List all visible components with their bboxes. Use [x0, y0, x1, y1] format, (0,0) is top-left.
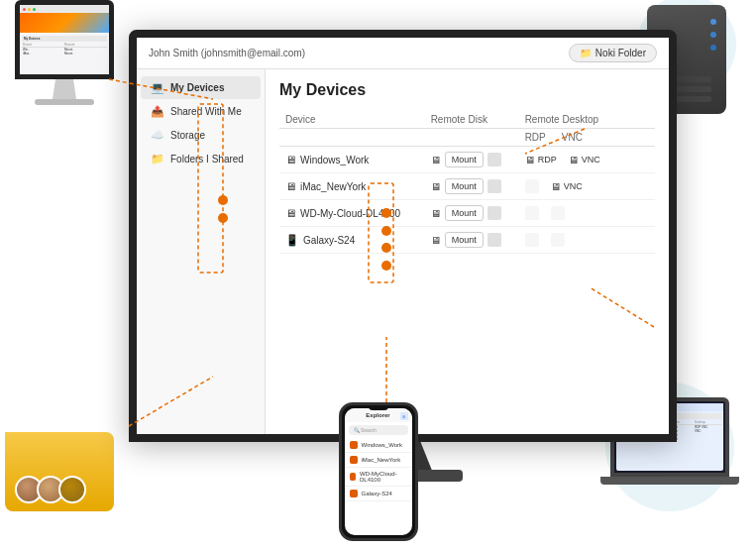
user-info: John Smith (johnsmith@email.com): [149, 48, 305, 58]
col-remote-disk-sub: [425, 129, 519, 147]
phone-search: 🔍 Search: [349, 425, 408, 435]
phone-list-item: Windows_Work: [345, 438, 412, 453]
phone-list-item: WD-MyCloud-DL4100: [345, 468, 412, 487]
remote-disk-cell: 🖥 Mount: [425, 227, 519, 254]
phone-decoration: Explorer 🔍 Search ⊞ Windows_Work iMac_Ne…: [339, 402, 418, 541]
table-row: 🖥 WD-My-Cloud-DL4100 🖥 Mount: [279, 200, 655, 227]
table-row: 🖥 Windows_Work 🖥 Mount: [279, 147, 655, 173]
col-remote-disk: Remote Disk: [425, 111, 519, 129]
mount-button[interactable]: Mount: [445, 232, 484, 248]
vnc-subheader: VNC: [562, 132, 583, 143]
share-icon: 📤: [151, 105, 164, 118]
imac-icon: 🖥: [285, 180, 296, 192]
device-name-cell: 📱 Galaxy-S24: [279, 227, 425, 254]
device-name-cell: 🖥 Windows_Work: [279, 147, 425, 173]
table-row: 📱 Galaxy-S24 🖥 Mount: [279, 227, 655, 254]
app-window: John Smith (johnsmith@email.com) 📁 Noki …: [137, 38, 669, 434]
cloud-icon: ☁️: [151, 129, 164, 142]
sidebar-item-folders-shared[interactable]: 📁 Folders I Shared: [141, 148, 261, 170]
disk-action-icon: [487, 179, 501, 193]
remote-desktop-cell: 🖥 RDP 🖥 VNC: [519, 147, 655, 173]
app-header: John Smith (johnsmith@email.com) 📁 Noki …: [137, 38, 669, 69]
remote-desktop-cell: [519, 200, 655, 227]
col-remote-desktop: Remote Desktop: [519, 111, 655, 129]
col-device: Device: [279, 111, 425, 129]
mount-button[interactable]: Mount: [445, 205, 484, 221]
rdp-label: RDP: [538, 155, 557, 165]
devices-table: Device Remote Disk Remote Desktop: [279, 111, 655, 254]
remote-disk-cell: 🖥 Mount: [425, 173, 519, 200]
col-device-sub: [279, 129, 425, 147]
sidebar: 💻 My Devices 📤 Shared With Me ☁️ Storage…: [137, 69, 266, 434]
phone-list-item: iMac_NewYork: [345, 453, 412, 468]
phone-list-item: Galaxy-S24: [345, 487, 412, 501]
imac-decoration: My Devices DeviceRemote Win..Mount iMac.…: [0, 0, 129, 129]
page-title: My Devices: [279, 81, 655, 99]
vnc-icon: 🖥: [551, 181, 561, 192]
mount-button[interactable]: Mount: [445, 178, 484, 194]
sidebar-item-shared-with-me[interactable]: 📤 Shared With Me: [141, 100, 261, 123]
nas-icon: 🖥: [285, 207, 296, 219]
disk-icon: 🖥: [431, 208, 441, 219]
noki-folder-button[interactable]: 📁 Noki Folder: [569, 44, 657, 62]
rdp-icon: 🖥: [525, 155, 535, 165]
table-row: 🖥 iMac_NewYork 🖥 Mount: [279, 173, 655, 200]
vnc-placeholder: [551, 233, 565, 247]
phone-icon: 📱: [285, 234, 299, 247]
remote-disk-cell: 🖥 Mount: [425, 200, 519, 227]
folder-icon: 📁: [151, 153, 164, 165]
folder-small-icon: 📁: [580, 48, 592, 58]
disk-icon: 🖥: [431, 181, 441, 192]
disk-icon: 🖥: [431, 155, 441, 165]
disk-action-icon: [487, 206, 501, 220]
app-body: 💻 My Devices 📤 Shared With Me ☁️ Storage…: [137, 69, 669, 434]
device-name-cell: 🖥 WD-My-Cloud-DL4100: [279, 200, 425, 227]
monitor-icon: 💻: [151, 81, 164, 94]
col-remote-desktop-sub: RDP VNC: [519, 129, 655, 147]
remote-disk-cell: 🖥 Mount: [425, 147, 519, 173]
folder-decoration: [5, 422, 134, 531]
avatar: [58, 476, 86, 503]
device-name-cell: 🖥 iMac_NewYork: [279, 173, 425, 200]
vnc-placeholder: [551, 206, 565, 220]
vnc-icon: 🖥: [569, 155, 579, 165]
remote-desktop-cell: 🖥 VNC: [519, 173, 655, 200]
sidebar-item-storage[interactable]: ☁️ Storage: [141, 124, 261, 147]
rdp-subheader: RDP: [525, 132, 546, 143]
remote-desktop-cell: [519, 227, 655, 254]
rdp-placeholder: [525, 179, 539, 193]
disk-icon: 🖥: [431, 235, 441, 246]
windows-icon: 🖥: [285, 154, 296, 165]
disk-action-icon: [487, 153, 501, 166]
disk-action-icon: [487, 233, 501, 247]
rdp-placeholder: [525, 233, 539, 247]
sidebar-item-my-devices[interactable]: 💻 My Devices: [141, 76, 261, 99]
mount-button[interactable]: Mount: [445, 152, 484, 167]
rdp-placeholder: [525, 206, 539, 220]
vnc-label: VNC: [564, 181, 583, 191]
main-content: My Devices Device Remote Disk: [266, 69, 669, 434]
vnc-label: VNC: [582, 155, 600, 165]
